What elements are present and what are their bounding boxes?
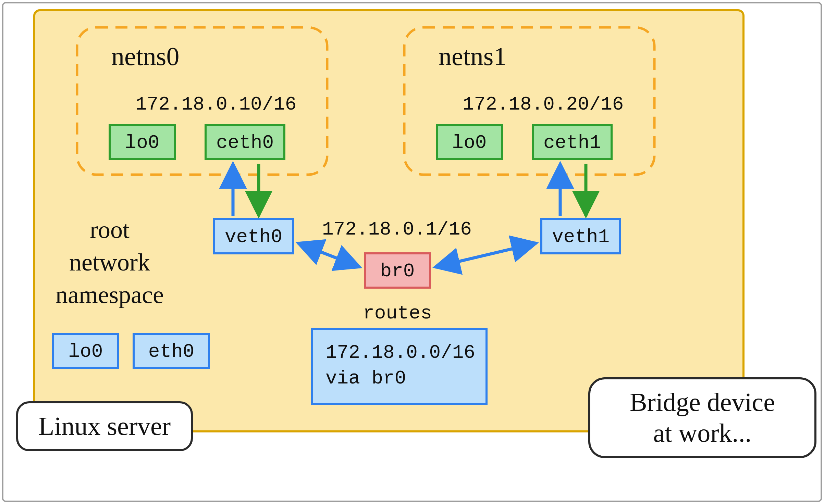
bridge-ip: 172.18.0.1/16 <box>322 218 472 240</box>
root-eth-label: eth0 <box>148 341 194 363</box>
root-lo-label: lo0 <box>69 341 103 363</box>
netns1-lo-label: lo0 <box>452 132 487 154</box>
routes-box <box>312 329 487 404</box>
diagram-canvas: netns0 172.18.0.10/16 lo0 ceth0 netns1 1… <box>0 0 824 504</box>
root-ns-l1: root <box>90 216 130 243</box>
veth1-label: veth1 <box>552 226 610 248</box>
root-ns-l2: network <box>69 249 150 276</box>
netns0-title: netns0 <box>111 42 179 71</box>
netns1-ip: 172.18.0.20/16 <box>463 93 624 115</box>
root-ns-l3: namespace <box>56 281 164 308</box>
routes-line1: 172.18.0.0/16 <box>325 342 475 364</box>
netns0-ceth-label: ceth0 <box>216 132 274 154</box>
veth0-label: veth0 <box>225 226 282 248</box>
br0-label: br0 <box>380 260 415 282</box>
server-label: Linux server <box>38 412 171 440</box>
netns0-ip: 172.18.0.10/16 <box>135 93 296 115</box>
caption-pill: Bridge device at work... <box>589 378 815 457</box>
caption-l1: Bridge device <box>630 388 775 416</box>
netns1-title: netns1 <box>439 42 506 71</box>
netns1-ceth-label: ceth1 <box>543 132 601 154</box>
caption-l2: at work... <box>653 418 751 447</box>
routes-title: routes <box>363 302 432 324</box>
server-label-pill: Linux server <box>17 402 192 450</box>
netns0-lo-label: lo0 <box>125 132 160 154</box>
routes-line2: via br0 <box>325 367 406 389</box>
